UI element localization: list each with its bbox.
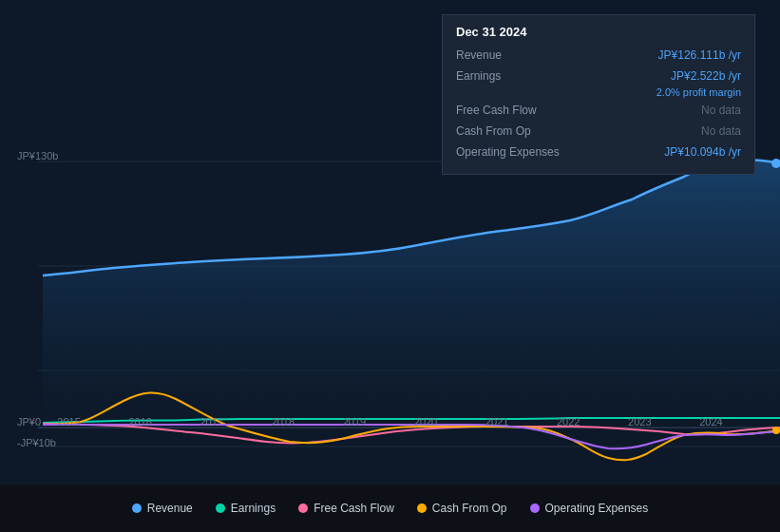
tooltip-cashop-row: Cash From Op No data <box>456 123 741 140</box>
tooltip-opex-row: Operating Expenses JP¥10.094b /yr <box>456 143 741 161</box>
legend-dot-earnings <box>216 504 225 513</box>
tooltip-fcf-row: Free Cash Flow No data <box>456 102 741 119</box>
legend-dot-fcf <box>298 504 308 513</box>
legend-opex[interactable]: Operating Expenses <box>530 502 649 515</box>
legend-dot-opex <box>530 504 540 513</box>
profit-margin-label: profit margin <box>683 86 741 98</box>
tooltip-box: Dec 31 2024 Revenue JP¥126.111b /yr Earn… <box>442 14 755 175</box>
tooltip-cashop-label: Cash From Op <box>456 123 570 140</box>
tooltip-fcf-value: No data <box>701 102 741 119</box>
x-label-2021: 2021 <box>485 416 508 428</box>
legend-revenue[interactable]: Revenue <box>132 502 193 515</box>
tooltip-fcf-label: Free Cash Flow <box>456 102 570 119</box>
x-label-2019: 2019 <box>343 416 366 428</box>
x-label-2020: 2020 <box>414 416 437 428</box>
tooltip-revenue-label: Revenue <box>456 47 570 64</box>
y-top-label: JP¥130b <box>17 150 58 162</box>
tooltip-earnings-label: Earnings <box>456 67 570 85</box>
legend-label-opex: Operating Expenses <box>545 502 649 515</box>
x-label-2023: 2023 <box>628 416 651 428</box>
tooltip-profit-margin: 2.0% profit margin <box>456 86 741 98</box>
tooltip-earnings-value: JP¥2.522b /yr <box>671 67 741 85</box>
x-label-2024: 2024 <box>699 416 722 428</box>
y-bottom-label: -JP¥10b <box>17 437 56 448</box>
tooltip-cashop-value: No data <box>701 123 741 140</box>
tooltip-earnings-row: Earnings JP¥2.522b /yr <box>456 67 741 85</box>
legend-label-fcf: Free Cash Flow <box>314 502 394 515</box>
legend-earnings[interactable]: Earnings <box>216 502 276 515</box>
legend-bar: Revenue Earnings Free Cash Flow Cash Fro… <box>0 484 780 532</box>
legend-label-cashop: Cash From Op <box>432 502 507 515</box>
legend-dot-revenue <box>132 504 142 513</box>
tooltip-date: Dec 31 2024 <box>456 25 741 39</box>
legend-label-earnings: Earnings <box>231 502 276 515</box>
legend-cashop[interactable]: Cash From Op <box>417 502 507 515</box>
x-label-2022: 2022 <box>557 416 580 428</box>
x-label-2018: 2018 <box>272 416 295 428</box>
legend-label-revenue: Revenue <box>147 502 193 515</box>
x-label-2017: 2017 <box>200 416 222 428</box>
x-label-2015: 2015 <box>57 416 80 428</box>
legend-fcf[interactable]: Free Cash Flow <box>298 502 394 515</box>
tooltip-revenue-value: JP¥126.111b /yr <box>658 47 741 64</box>
tooltip-revenue-row: Revenue JP¥126.111b /yr <box>456 47 741 64</box>
svg-point-7 <box>772 427 780 434</box>
x-axis: 2015 2016 2017 2018 2019 2020 2021 2022 … <box>0 416 780 428</box>
x-label-2016: 2016 <box>128 416 151 428</box>
tooltip-opex-label: Operating Expenses <box>456 143 570 161</box>
legend-dot-cashop <box>417 504 427 513</box>
profit-margin-value: 2.0% <box>656 86 680 98</box>
tooltip-opex-value: JP¥10.094b /yr <box>664 143 741 161</box>
